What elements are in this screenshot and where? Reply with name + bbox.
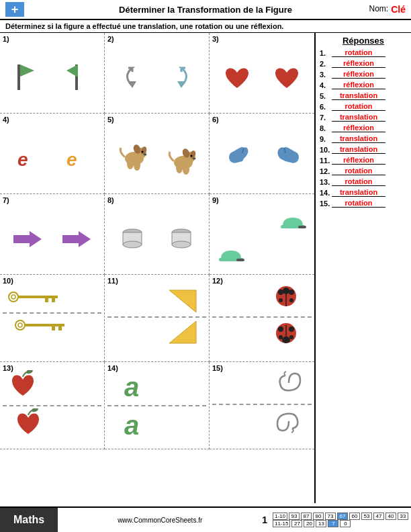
svg-marker-1: [20, 64, 34, 77]
answer-value: translation: [332, 113, 385, 122]
figure-13b: [15, 408, 42, 438]
svg-marker-25: [62, 231, 91, 247]
problem-5: 5): [105, 114, 210, 194]
problem-1: 1): [0, 33, 105, 114]
svg-point-37: [11, 295, 15, 299]
figure-3b: [273, 64, 301, 92]
figure-3a: [223, 64, 251, 92]
figure-13a: [9, 370, 36, 400]
svg-point-23: [193, 158, 196, 160]
figure-1a: [14, 61, 41, 95]
answer-num: 5.: [320, 92, 332, 100]
answer-num: 9.: [320, 135, 332, 143]
svg-point-49: [278, 290, 283, 295]
svg-marker-5: [177, 81, 185, 88]
figure-4b: e: [64, 146, 89, 171]
answer-value: rotation: [332, 177, 385, 186]
svg-point-57: [289, 326, 294, 332]
answer-row: 8.réflexion: [320, 124, 407, 132]
answer-value: réflexion: [332, 59, 385, 68]
svg-rect-35: [236, 259, 244, 261]
problem-12: 12): [210, 275, 314, 362]
answer-row: 12.rotation: [320, 167, 407, 175]
answer-value: translation: [332, 134, 385, 143]
svg-rect-40: [52, 298, 55, 302]
answer-row: 14.translation: [320, 188, 407, 197]
svg-point-19: [183, 164, 189, 175]
dashed-line-15: [212, 404, 312, 405]
figure-1b: [63, 61, 90, 95]
answer-value: réflexion: [332, 156, 385, 165]
svg-point-15: [143, 154, 146, 156]
svg-marker-47: [169, 321, 196, 343]
instructions: Déterminez si la figure a effectué une t…: [0, 20, 411, 33]
svg-point-42: [18, 323, 22, 327]
figure-11b: [166, 318, 199, 345]
figure-2b: [168, 62, 195, 93]
answer-value: réflexion: [332, 70, 385, 79]
svg-point-59: [289, 335, 293, 339]
figure-4a: e: [15, 146, 40, 171]
answer-value: réflexion: [332, 124, 385, 132]
footer-maths-label: Maths: [0, 508, 58, 532]
svg-text:e: e: [66, 149, 77, 170]
problem-14: 14) a a: [105, 362, 210, 449]
answer-num: 3.: [320, 71, 332, 79]
cle-label: Clé: [391, 4, 406, 15]
problems-area: 1): [0, 33, 316, 503]
svg-point-62: [26, 370, 33, 375]
answer-num: 12.: [320, 167, 332, 175]
answer-value: réflexion: [332, 81, 385, 89]
svg-point-31: [172, 241, 191, 248]
figure-15b: [276, 408, 302, 434]
problem-13: 13): [0, 362, 105, 449]
figure-10a: [8, 291, 62, 303]
answer-row: 13.rotation: [320, 177, 407, 186]
problem-2: 2): [105, 33, 210, 114]
answer-value: rotation: [332, 167, 385, 175]
answer-value: rotation: [332, 102, 385, 111]
svg-rect-33: [298, 226, 306, 228]
svg-text:e: e: [17, 149, 28, 170]
answer-row: 5.translation: [320, 91, 407, 100]
svg-point-56: [278, 326, 283, 332]
svg-rect-0: [17, 64, 20, 90]
page-title: Déterminer la Transformation de la Figur…: [119, 5, 292, 15]
svg-point-50: [289, 290, 294, 295]
figure-5a: [116, 140, 149, 177]
answer-row: 9.translation: [320, 134, 407, 143]
problem-6: 6): [210, 114, 314, 194]
answer-value: rotation: [332, 199, 385, 208]
page: + Déterminer la Transformation de la Fig…: [0, 0, 411, 532]
svg-text:a: a: [124, 372, 139, 402]
svg-rect-39: [45, 298, 48, 302]
svg-marker-4: [128, 81, 136, 88]
answer-row: 10.translation: [320, 145, 407, 154]
answer-row: 15.rotation: [320, 199, 407, 208]
svg-point-36: [9, 292, 18, 302]
answer-num: 8.: [320, 124, 332, 132]
svg-point-22: [191, 155, 193, 157]
svg-rect-45: [58, 326, 62, 330]
figure-12b: [274, 321, 298, 345]
figure-6b: [273, 144, 300, 173]
svg-text:a: a: [124, 410, 139, 440]
header-nom: Nom: Clé: [369, 4, 406, 15]
footer-page: 1: [262, 515, 267, 525]
answer-num: 13.: [320, 178, 332, 186]
answers-area: Réponses 1.rotation2.réflexion3.réflexio…: [316, 33, 411, 503]
svg-marker-3: [66, 64, 78, 77]
figure-9a: [279, 212, 306, 232]
answer-num: 1.: [320, 49, 332, 57]
svg-marker-24: [13, 231, 42, 247]
svg-point-11: [134, 160, 140, 171]
header: + Déterminer la Transformation de la Fig…: [0, 0, 411, 20]
figure-7b: [60, 227, 93, 251]
figure-7a: [11, 227, 44, 251]
figure-5b: [165, 140, 198, 177]
answer-row: 3.réflexion: [320, 70, 407, 79]
answers-list: 1.rotation2.réflexion3.réflexion4.réflex…: [320, 48, 407, 208]
figure-14b: a: [121, 406, 154, 440]
figure-9b: [218, 245, 244, 265]
figure-2a: [119, 62, 146, 93]
